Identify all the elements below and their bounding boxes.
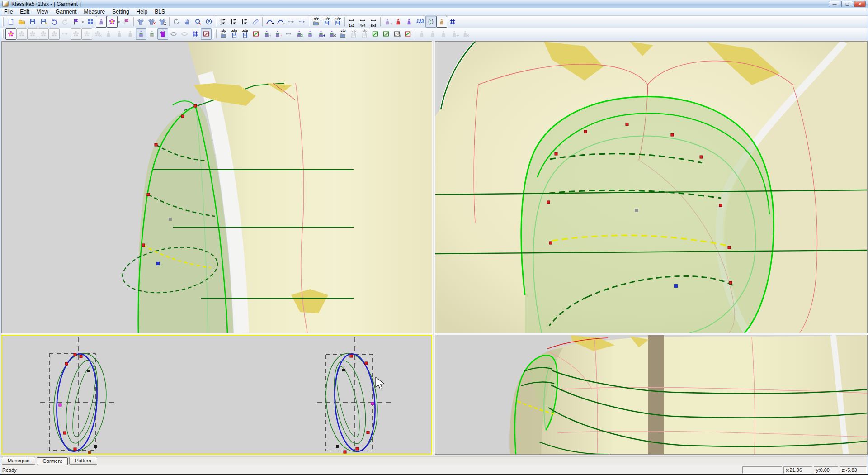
mannequin-gray-c-icon[interactable] xyxy=(438,28,449,40)
toolbar-grip[interactable] xyxy=(2,17,4,26)
window-layout-icon[interactable] xyxy=(85,16,96,28)
pivot-point[interactable] xyxy=(635,209,638,212)
garment-fit-icon[interactable]: ↥ xyxy=(157,16,168,28)
viewport-3d-front-closeup[interactable] xyxy=(435,41,868,333)
measure-height-icon[interactable] xyxy=(217,16,228,28)
panel-draw-icon[interactable] xyxy=(370,28,381,40)
zoom-window-icon[interactable] xyxy=(193,16,203,28)
ctp-open-icon[interactable]: .ctp xyxy=(337,28,348,40)
pattern-flower-scale-icon[interactable] xyxy=(49,28,60,40)
mannequin-outline-icon[interactable] xyxy=(393,16,404,28)
pattern-window-icon[interactable] xyxy=(201,28,212,40)
tab-garment[interactable]: Garment xyxy=(37,457,68,465)
menu-item-bls[interactable]: BLS xyxy=(151,8,169,15)
ctp-save-as-icon[interactable]: .ctp xyxy=(359,28,370,40)
menu-item-file[interactable]: File xyxy=(0,8,16,15)
selected-point[interactable] xyxy=(674,284,678,288)
menu-item-setting[interactable]: Setting xyxy=(108,8,132,15)
menu-item-garment[interactable]: Garment xyxy=(52,8,80,15)
grid-1x1-icon[interactable]: 1x1 xyxy=(346,16,357,28)
view-flag-icon[interactable]: ▾ xyxy=(71,16,81,28)
grid-display-icon[interactable] xyxy=(447,16,458,28)
pattern-flower-cut-icon[interactable] xyxy=(27,28,38,40)
tab-pattern[interactable]: Pattern xyxy=(69,457,97,465)
section-ellipse-icon[interactable] xyxy=(168,28,179,40)
import-window-icon[interactable]: ✶ xyxy=(38,16,49,28)
mannequin-gray-add-icon[interactable]: + xyxy=(449,28,460,40)
pattern-flower-move-icon[interactable] xyxy=(60,28,71,40)
mannequin-ghost-icon[interactable] xyxy=(146,28,157,40)
grid-8x8-icon[interactable]: 8x8 xyxy=(368,16,379,28)
dart-cut-icon[interactable]: ✕ xyxy=(294,28,305,40)
garment-detach-icon[interactable]: ✕ xyxy=(326,28,337,40)
pivot-point[interactable] xyxy=(169,218,172,221)
stp-save-as-icon[interactable]: .stp xyxy=(240,28,250,40)
panel-delete-icon[interactable]: ✕ xyxy=(392,28,402,40)
mannequin-pose-b-icon[interactable] xyxy=(114,28,125,40)
save-file-icon[interactable] xyxy=(27,16,38,28)
grid-display-2-icon[interactable] xyxy=(190,28,201,40)
pattern-flower-copy-icon[interactable] xyxy=(16,28,27,40)
selected-point[interactable] xyxy=(156,262,160,265)
sleeve-lift-icon[interactable]: ↑ xyxy=(261,28,272,40)
ruler-icon[interactable] xyxy=(250,16,261,28)
zoom-extents-icon[interactable] xyxy=(203,16,214,28)
pan-view-icon[interactable] xyxy=(182,16,193,28)
open-file-icon[interactable] xyxy=(16,16,27,28)
measure-girth-icon[interactable] xyxy=(239,16,250,28)
section-ring-icon[interactable] xyxy=(179,28,190,40)
pattern-flower-ghost-icon[interactable] xyxy=(81,28,92,40)
viewport-3d-side-view[interactable] xyxy=(1,41,432,333)
undo-icon[interactable] xyxy=(49,16,60,28)
mannequin-pose-a-icon[interactable] xyxy=(103,28,114,40)
mannequin-pose-c-icon[interactable] xyxy=(125,28,136,40)
seam-edit-icon[interactable] xyxy=(250,28,261,40)
curve-remove-point-icon[interactable]: − xyxy=(275,16,286,28)
pattern-flower-rotate-icon[interactable] xyxy=(38,28,49,40)
gtp-save-icon[interactable]: .gtp xyxy=(321,16,332,28)
menu-item-help[interactable]: Help xyxy=(133,8,151,15)
pattern-flower-icon[interactable] xyxy=(5,28,16,40)
pattern-flower-mirror-icon[interactable] xyxy=(71,28,81,40)
garment-new-icon[interactable] xyxy=(135,16,146,28)
flower-dialog-dropdown-arrow[interactable]: ▾ xyxy=(118,20,120,24)
curve-add-point-icon[interactable]: + xyxy=(264,16,275,28)
mannequin-view-icon[interactable] xyxy=(136,28,146,40)
garment-delete-icon[interactable]: ✕ xyxy=(146,16,157,28)
stp-open-icon[interactable]: .stp xyxy=(218,28,229,40)
garment-view-icon[interactable] xyxy=(157,28,168,40)
mannequin-gray-b-icon[interactable] xyxy=(427,28,438,40)
rotate-view-icon[interactable] xyxy=(171,16,182,28)
panel-mirror-icon[interactable] xyxy=(402,28,413,40)
arc-span-icon[interactable] xyxy=(283,28,294,40)
menu-item-edit[interactable]: Edit xyxy=(16,8,33,15)
point-move-icon[interactable] xyxy=(286,16,297,28)
stp-save-icon[interactable]: .stp xyxy=(229,28,240,40)
viewport-3d-back-view[interactable] xyxy=(435,335,868,455)
minimize-button[interactable]: — xyxy=(829,1,840,7)
tab-manequin[interactable]: Manequin xyxy=(2,457,35,465)
garment-sleeves-red-icon[interactable] xyxy=(305,28,316,40)
ctp-save-icon[interactable]: .ctp xyxy=(348,28,359,40)
mannequin-dialog-icon[interactable] xyxy=(96,16,107,28)
mannequin-gray-a-icon[interactable] xyxy=(416,28,427,40)
flag-alt-icon[interactable] xyxy=(121,16,132,28)
maximize-button[interactable]: ▢ xyxy=(841,1,853,7)
garment-attach-icon[interactable]: + xyxy=(316,28,326,40)
redo-icon[interactable] xyxy=(60,16,71,28)
toolbar-grip[interactable] xyxy=(2,29,4,38)
close-button[interactable]: ✕ xyxy=(854,1,866,7)
new-file-icon[interactable] xyxy=(5,16,16,28)
mannequin-solid-icon[interactable] xyxy=(404,16,415,28)
sleeve-lift-alt-icon[interactable]: ↑ xyxy=(272,28,283,40)
grid-4x4-icon[interactable]: 4x4 xyxy=(357,16,368,28)
measure-values-icon[interactable]: 123 xyxy=(415,16,425,28)
mannequin-gray-del-icon[interactable]: ✕ xyxy=(460,28,471,40)
menu-item-view[interactable]: View xyxy=(33,8,52,15)
section-brackets-icon[interactable] xyxy=(425,16,436,28)
mannequin-texture-icon[interactable] xyxy=(436,16,447,28)
flower-dialog-icon[interactable]: ▾ xyxy=(107,16,118,28)
menu-item-measure[interactable]: Measure xyxy=(80,8,109,15)
mannequin-import-icon[interactable]: ↑ xyxy=(382,16,393,28)
gtp-save-as-icon[interactable]: .gtp xyxy=(332,16,343,28)
